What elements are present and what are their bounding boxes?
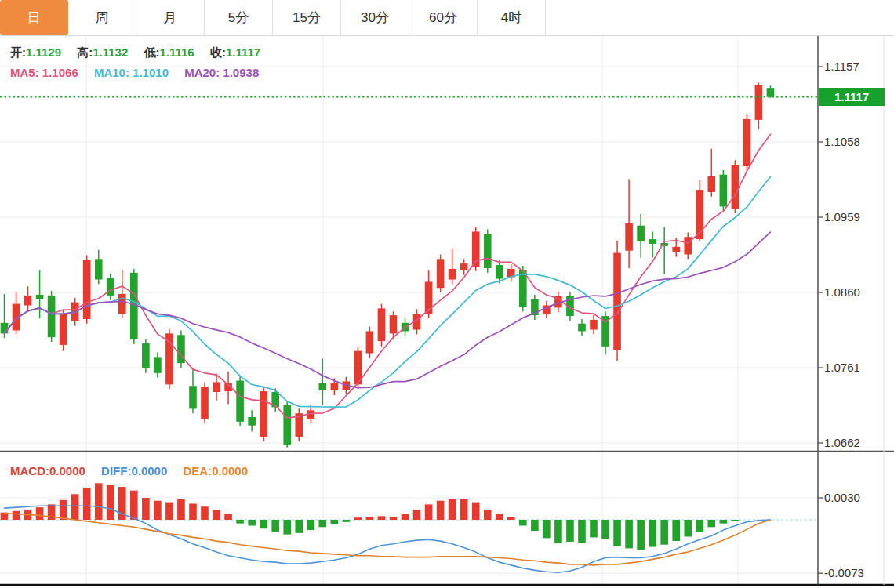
candle-body	[649, 239, 656, 244]
macd-histogram-bar	[402, 514, 409, 520]
price-tick-label: 1.0860	[824, 285, 860, 299]
price-tick-label: 1.1058	[824, 135, 860, 148]
macd-histogram-bar	[566, 520, 574, 542]
candle-body	[248, 417, 256, 426]
candle-body	[684, 237, 692, 254]
ma5-value: 1.1066	[42, 66, 78, 79]
macd-label: MACD:	[10, 464, 49, 477]
macd-histogram-bar	[224, 514, 232, 520]
candle-body	[36, 295, 44, 299]
candle-body	[743, 119, 751, 166]
macd-histogram-bar	[378, 516, 386, 520]
candle-body	[118, 294, 126, 314]
candle-body	[496, 265, 503, 278]
macd-histogram-bar	[601, 520, 609, 539]
macd-histogram-bar	[660, 520, 668, 545]
macd-histogram-bar	[625, 520, 633, 548]
candle-body	[48, 296, 56, 337]
macd-histogram-bar	[437, 501, 445, 520]
candle-body	[142, 343, 150, 368]
ma20-value: 1.0938	[223, 66, 259, 79]
macd-histogram-bar	[460, 499, 468, 520]
price-tick-label: 1.0761	[824, 361, 860, 374]
macd-histogram-bar	[354, 517, 362, 520]
candle-body	[755, 85, 763, 120]
macd-histogram-bar	[720, 520, 728, 524]
price-tick-label: 1.0959	[824, 210, 860, 223]
candle-body	[95, 259, 103, 279]
open-label: 开:	[10, 45, 26, 59]
macd-histogram-bar	[248, 520, 256, 525]
candle-body	[732, 165, 740, 209]
high-label: 高:	[77, 45, 93, 59]
candle-body	[260, 391, 267, 437]
ma5-label: MA5:	[10, 66, 39, 79]
macd-histogram-bar	[637, 520, 645, 550]
macd-histogram-bar	[319, 520, 327, 527]
candle-body	[460, 263, 468, 270]
macd-histogram-bar	[496, 514, 503, 520]
macd-histogram-bar	[390, 517, 398, 520]
macd-tick-label: 0.0030	[824, 491, 860, 504]
macd-histogram-bar	[590, 520, 598, 537]
macd-histogram-bar	[554, 520, 562, 543]
diff-label: DIFF:	[101, 464, 131, 477]
candle-body	[519, 270, 527, 307]
price-tick-label: 1.0662	[824, 436, 860, 449]
macd-histogram-bar	[732, 520, 740, 521]
macd-histogram-bar	[507, 517, 515, 520]
macd-histogram-bar	[343, 520, 351, 522]
candle-body	[24, 296, 32, 306]
macd-histogram-bar	[425, 504, 433, 520]
candle-body	[425, 281, 433, 314]
candle-body	[83, 260, 91, 319]
candlestick-chart-canvas[interactable]	[0, 0, 894, 588]
ma10-line	[5, 177, 771, 408]
macd-histogram-bar	[649, 520, 656, 547]
ohlc-legend: 开:1.1129 高:1.1132 低:1.1116 收:1.1117	[10, 45, 273, 60]
macd-histogram-bar	[107, 485, 114, 520]
candle-body	[578, 324, 586, 332]
diff-value: 0.0000	[131, 464, 167, 477]
candle-body	[613, 253, 621, 350]
macd-histogram-bar	[36, 507, 44, 520]
macd-histogram-bar	[472, 503, 480, 520]
candle-body	[1, 323, 9, 334]
candle-body	[708, 176, 716, 192]
macd-histogram-bar	[271, 520, 279, 532]
macd-histogram-bar	[95, 483, 103, 520]
macd-histogram-bar	[708, 520, 716, 527]
macd-histogram-bar	[213, 510, 220, 520]
macd-histogram-bar	[71, 494, 79, 520]
candle-body	[189, 386, 197, 408]
candle-body	[484, 234, 492, 268]
candle-body	[672, 247, 680, 252]
low-value: 1.1116	[159, 45, 194, 59]
macd-histogram-bar	[283, 520, 291, 535]
candle-body	[213, 382, 220, 392]
macd-legend: MACD:0.0000 DIFF:0.0000 DEA:0.0000	[10, 464, 260, 477]
macd-histogram-bar	[165, 503, 173, 520]
macd-histogram-bar	[201, 506, 209, 520]
dea-value: 0.0000	[212, 464, 248, 477]
candle-body	[366, 331, 374, 353]
high-value: 1.1132	[93, 45, 128, 59]
macd-histogram-bar	[531, 520, 539, 531]
candle-body	[60, 314, 67, 345]
macd-histogram-bar	[366, 517, 374, 520]
close-value: 1.1117	[226, 45, 260, 59]
candle-body	[767, 88, 775, 97]
ma10-label: MA10:	[94, 66, 129, 79]
macd-histogram-bar	[449, 499, 456, 520]
candle-body	[590, 320, 598, 330]
low-label: 低:	[144, 45, 159, 59]
macd-histogram-bar	[142, 498, 150, 520]
macd-histogram-bar	[331, 520, 339, 524]
candle-body	[390, 315, 398, 333]
open-value: 1.1129	[26, 45, 61, 59]
candle-body	[236, 380, 244, 421]
macd-histogram-bar	[154, 501, 162, 520]
candle-body	[331, 383, 339, 390]
macd-histogram-bar	[236, 520, 244, 524]
candle-body	[625, 223, 633, 251]
